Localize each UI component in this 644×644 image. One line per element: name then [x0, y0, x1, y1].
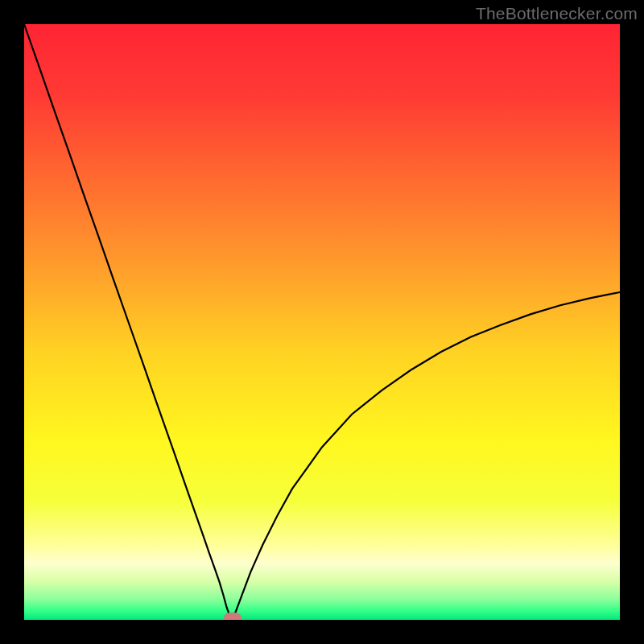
plot-area — [24, 24, 620, 620]
bottleneck-curve — [24, 24, 620, 620]
optimal-marker — [224, 613, 242, 620]
watermark-text: TheBottlenecker.com — [476, 4, 638, 23]
chart-frame: TheBottlenecker.com — [0, 0, 644, 644]
